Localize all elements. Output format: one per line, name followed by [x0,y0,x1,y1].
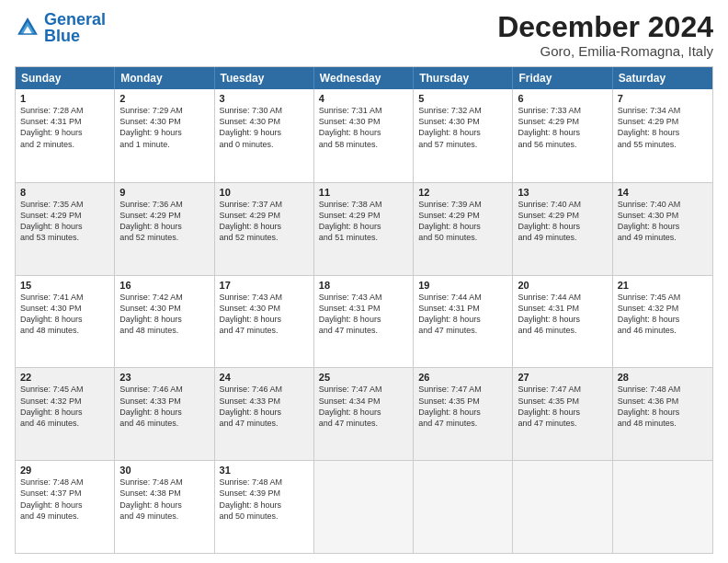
sunset-line: Sunset: 4:35 PM [418,396,507,407]
daylight-hours-line: Daylight: 8 hours [518,221,607,232]
day-number: 4 [319,93,408,104]
daylight-hours-line: Daylight: 8 hours [20,500,109,511]
logo-icon [15,15,40,40]
calendar-cell: 3 Sunrise: 7:30 AM Sunset: 4:30 PM Dayli… [215,89,314,182]
daylight-hours-line: Daylight: 8 hours [618,407,708,418]
sunset-line: Sunset: 4:32 PM [618,303,708,314]
daylight-hours-line: Daylight: 8 hours [20,314,109,325]
calendar-cell: 15 Sunrise: 7:41 AM Sunset: 4:30 PM Dayl… [16,276,115,368]
sunset-line: Sunset: 4:29 PM [518,116,607,127]
daylight-hours-line: Daylight: 8 hours [20,407,109,418]
day-number: 12 [418,187,507,198]
calendar-cell: 18 Sunrise: 7:43 AM Sunset: 4:31 PM Dayl… [314,276,414,368]
sunrise-line: Sunrise: 7:42 AM [119,292,209,303]
day-number: 24 [220,372,309,383]
daylight-minutes-line: and 46 minutes. [618,325,708,336]
day-number: 1 [20,93,109,104]
daylight-hours-line: Daylight: 8 hours [119,221,209,232]
daylight-hours-line: Daylight: 8 hours [119,314,209,325]
daylight-hours-line: Daylight: 8 hours [119,407,209,418]
sunset-line: Sunset: 4:35 PM [518,396,607,407]
sunset-line: Sunset: 4:30 PM [20,303,109,314]
sunset-line: Sunset: 4:31 PM [20,116,109,127]
day-number: 7 [618,93,708,104]
day-number: 13 [518,187,607,198]
daylight-minutes-line: and 47 minutes. [518,418,607,429]
daylight-hours-line: Daylight: 8 hours [618,314,708,325]
sunset-line: Sunset: 4:32 PM [20,396,109,407]
daylight-minutes-line: and 51 minutes. [319,232,408,243]
daylight-hours-line: Daylight: 8 hours [418,127,507,138]
sunset-line: Sunset: 4:30 PM [418,116,507,127]
calendar-cell: 1 Sunrise: 7:28 AM Sunset: 4:31 PM Dayli… [16,89,115,182]
header-day-sunday: Sunday [16,67,115,89]
sunset-line: Sunset: 4:30 PM [119,303,209,314]
sunset-line: Sunset: 4:36 PM [618,396,708,407]
header-day-wednesday: Wednesday [314,67,414,89]
day-number: 27 [518,372,607,383]
sunrise-line: Sunrise: 7:44 AM [518,292,607,303]
daylight-hours-line: Daylight: 8 hours [119,500,209,511]
daylight-minutes-line: and 47 minutes. [220,325,309,336]
calendar-cell: 23 Sunrise: 7:46 AM Sunset: 4:33 PM Dayl… [115,368,214,460]
calendar-header: SundayMondayTuesdayWednesdayThursdayFrid… [16,67,712,89]
daylight-hours-line: Daylight: 8 hours [618,221,708,232]
calendar-cell: 11 Sunrise: 7:38 AM Sunset: 4:29 PM Dayl… [314,183,414,275]
sunset-line: Sunset: 4:39 PM [220,488,309,499]
sunset-line: Sunset: 4:30 PM [618,210,708,221]
sunrise-line: Sunrise: 7:30 AM [220,105,309,116]
day-number: 26 [418,372,507,383]
daylight-minutes-line: and 2 minutes. [20,139,109,150]
day-number: 14 [618,187,708,198]
daylight-hours-line: Daylight: 8 hours [319,221,408,232]
day-number: 19 [418,280,507,291]
calendar-body: 1 Sunrise: 7:28 AM Sunset: 4:31 PM Dayli… [16,89,712,553]
daylight-hours-line: Daylight: 8 hours [319,127,408,138]
daylight-minutes-line: and 49 minutes. [618,232,708,243]
daylight-hours-line: Daylight: 9 hours [220,127,309,138]
day-number: 31 [220,465,309,476]
calendar-cell: 4 Sunrise: 7:31 AM Sunset: 4:30 PM Dayli… [314,89,414,182]
sunset-line: Sunset: 4:29 PM [518,210,607,221]
daylight-hours-line: Daylight: 8 hours [220,221,309,232]
calendar-cell: 5 Sunrise: 7:32 AM Sunset: 4:30 PM Dayli… [414,89,513,182]
daylight-hours-line: Daylight: 8 hours [319,407,408,418]
sunrise-line: Sunrise: 7:41 AM [20,292,109,303]
daylight-minutes-line: and 47 minutes. [319,325,408,336]
day-number: 18 [319,280,408,291]
day-number: 15 [20,280,109,291]
calendar-cell: 7 Sunrise: 7:34 AM Sunset: 4:29 PM Dayli… [613,89,712,182]
sunrise-line: Sunrise: 7:32 AM [418,105,507,116]
sunset-line: Sunset: 4:29 PM [20,210,109,221]
sunrise-line: Sunrise: 7:47 AM [418,384,507,395]
day-number: 23 [119,372,209,383]
sunset-line: Sunset: 4:37 PM [20,488,109,499]
sunrise-line: Sunrise: 7:43 AM [220,292,309,303]
calendar-cell: 24 Sunrise: 7:46 AM Sunset: 4:33 PM Dayl… [215,368,314,460]
calendar-cell: 9 Sunrise: 7:36 AM Sunset: 4:29 PM Dayli… [115,183,214,275]
sunset-line: Sunset: 4:30 PM [119,116,209,127]
day-number: 3 [220,93,309,104]
day-number: 16 [119,280,209,291]
logo-text-blue: Blue [44,28,106,44]
calendar-row-4: 22 Sunrise: 7:45 AM Sunset: 4:32 PM Dayl… [16,367,712,460]
sunset-line: Sunset: 4:33 PM [220,396,309,407]
sunset-line: Sunset: 4:31 PM [418,303,507,314]
daylight-minutes-line: and 48 minutes. [618,418,708,429]
sunrise-line: Sunrise: 7:47 AM [319,384,408,395]
daylight-minutes-line: and 52 minutes. [220,232,309,243]
calendar-row-3: 15 Sunrise: 7:41 AM Sunset: 4:30 PM Dayl… [16,275,712,368]
calendar-cell: 28 Sunrise: 7:48 AM Sunset: 4:36 PM Dayl… [613,368,712,460]
daylight-minutes-line: and 46 minutes. [119,418,209,429]
sunrise-line: Sunrise: 7:33 AM [518,105,607,116]
calendar-cell: 25 Sunrise: 7:47 AM Sunset: 4:34 PM Dayl… [314,368,414,460]
daylight-minutes-line: and 47 minutes. [418,325,507,336]
daylight-minutes-line: and 50 minutes. [220,511,309,522]
calendar-cell: 14 Sunrise: 7:40 AM Sunset: 4:30 PM Dayl… [613,183,712,275]
day-number: 6 [518,93,607,104]
sunset-line: Sunset: 4:29 PM [319,210,408,221]
sunset-line: Sunset: 4:34 PM [319,396,408,407]
daylight-minutes-line: and 49 minutes. [518,232,607,243]
calendar-cell: 31 Sunrise: 7:48 AM Sunset: 4:39 PM Dayl… [215,461,314,553]
day-number: 28 [618,372,708,383]
